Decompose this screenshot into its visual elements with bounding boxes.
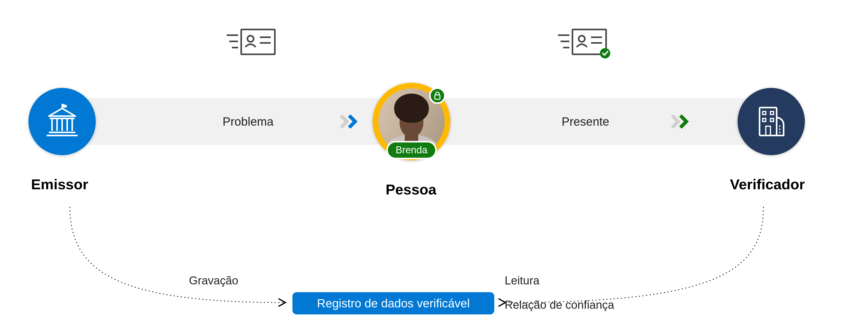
chevrons-issue: [339, 117, 355, 127]
svg-rect-30: [766, 126, 770, 135]
institution-icon: [43, 102, 82, 141]
lock-badge: [429, 88, 446, 104]
person-title: Pessoa: [385, 181, 436, 198]
arc-write-label: Gravação: [189, 274, 238, 287]
lock-icon: [433, 91, 441, 100]
svg-point-14: [600, 48, 610, 59]
flow-present-label: Presente: [562, 114, 609, 129]
svg-rect-24: [435, 95, 440, 99]
svg-point-11: [579, 36, 585, 42]
issuer-node: [28, 88, 96, 155]
person-name-badge: Brenda: [386, 141, 437, 159]
chevron-right-icon: [343, 114, 358, 129]
registry-label: Registro de dados verificável: [317, 296, 470, 310]
office-building-icon: [752, 102, 790, 141]
diagram-stage: Problema Presente: [28, 26, 805, 310]
verifier-node: [738, 88, 805, 155]
svg-point-4: [247, 36, 254, 42]
credential-issue-icon: [225, 26, 277, 58]
flow-issue-label: Problema: [223, 114, 274, 129]
person-node: Brenda: [373, 83, 450, 160]
issuer-title: Emissor: [31, 176, 88, 193]
svg-rect-29: [770, 119, 774, 122]
svg-rect-28: [763, 119, 766, 122]
verifier-title: Verificador: [730, 176, 805, 193]
arc-read-label: Leitura: [505, 274, 539, 287]
credential-present-icon: [556, 26, 611, 61]
chevron-right-icon: [675, 114, 689, 129]
verifiable-data-registry: Registro de dados verificável: [292, 292, 494, 314]
svg-rect-26: [763, 111, 766, 114]
svg-rect-27: [770, 111, 774, 114]
svg-rect-3: [241, 30, 275, 54]
arc-trust-label: Relação de confiança: [505, 298, 614, 311]
chevrons-present: [670, 117, 687, 127]
